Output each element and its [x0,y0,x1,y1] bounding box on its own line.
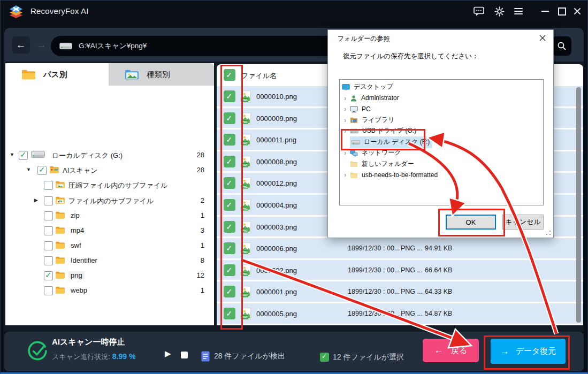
back-button-label: 戻る [451,346,467,356]
tree-item-archive-subfiles[interactable]: 圧縮ファイル内のサブファイル [5,178,214,193]
chart-folder-icon [55,196,65,204]
file-checkbox[interactable] [224,242,235,254]
dialog-tree-item-usb-needs-format[interactable]: › usb-needs-to-be-formatted [340,170,543,181]
chevron-icon[interactable]: › [344,96,350,101]
menu-icon[interactable] [513,5,524,17]
back-button[interactable]: ← 戻る [423,339,479,362]
settings-gear-icon[interactable] [493,5,505,17]
tab-by-type[interactable]: 種類別 [109,63,214,86]
drive-icon [352,140,360,145]
file-row[interactable]: PNG 0000002.png 1899/12/30 : 00... PNG .… [217,260,583,282]
folder-icon [55,271,65,279]
close-button[interactable] [571,5,583,17]
tab-by-path[interactable]: パス別 [5,63,109,86]
checkbox[interactable] [37,166,47,175]
scrollbar-thumb[interactable] [576,87,581,323]
file-checkbox[interactable] [224,90,235,102]
checkbox[interactable] [44,286,53,295]
minimize-button[interactable] [539,5,551,17]
tree-item-aiscan[interactable]: ▼ AIスキャン 28 [5,163,214,178]
chevron-icon[interactable]: › [344,128,350,134]
file-checkbox[interactable] [224,286,235,297]
item-count: 8 [201,256,204,264]
feedback-icon[interactable] [473,5,485,17]
file-checkbox[interactable] [224,221,235,233]
resume-scan-button[interactable]: ▶ [165,349,171,358]
item-count: 1 [201,241,204,249]
file-checkbox[interactable] [224,199,235,211]
file-row[interactable]: PNG 0000001.png 1899/12/30 : 00... PNG .… [217,281,583,303]
back-nav-button[interactable]: ← [12,36,30,54]
tree-item-webp[interactable]: webp 1 [5,283,214,298]
checkbox[interactable] [44,196,53,205]
dialog-tree-item-pc[interactable]: › PC [340,104,543,115]
tree-item-mp4[interactable]: mp4 3 [5,223,214,238]
file-row[interactable]: PNG 0000006.png 1899/12/30 : 00... PNG .… [217,238,583,260]
file-type: PNG ... [401,266,423,274]
expander-icon[interactable]: ▼ [10,152,14,157]
file-checkbox[interactable] [224,264,235,276]
dialog-tree-item-desktop[interactable]: デスクトップ [340,82,543,93]
tree-label: usb-needs-to-be-formatted [362,170,440,180]
tree-item-swf[interactable]: swf 1 [5,238,214,253]
checkbox[interactable] [44,211,53,220]
expander-icon[interactable]: ▼ [26,167,31,172]
stop-scan-button[interactable] [181,352,188,358]
dialog-tree-item-usb-drive-g[interactable]: › USB ドライブ (G:) [340,126,543,137]
selected-check-icon [320,353,329,362]
file-name: 0000002.png [256,266,297,274]
file-name: 0000004.png [256,201,297,209]
checkbox[interactable] [44,181,53,190]
dialog-tree-item-local-disk-f[interactable]: ローカル ディスク (F:) [340,137,543,148]
tree-label: png [68,271,85,279]
dialog-close-icon[interactable] [537,33,548,43]
library-folder-icon [350,117,358,124]
svg-text:PNG: PNG [242,142,248,145]
forward-nav-button[interactable]: → [32,36,50,54]
checkbox[interactable] [44,256,53,265]
dialog-tree-item-new-folder[interactable]: 新しいフォルダー [340,159,543,170]
tree-label: mp4 [71,226,84,234]
chevron-icon[interactable]: › [344,118,350,123]
svg-text:PNG: PNG [242,228,248,232]
file-checkbox[interactable] [224,134,235,146]
checkbox[interactable] [19,151,28,160]
select-all-checkbox[interactable] [224,69,235,81]
scan-status-check-icon [27,340,48,364]
maximize-button[interactable] [556,5,568,17]
file-checkbox[interactable] [224,177,235,189]
search-icon[interactable] [552,36,571,56]
current-path: G:¥AIスキャン¥png¥ [79,41,147,51]
file-checkbox[interactable] [224,156,235,167]
cancel-button[interactable]: キャンセル [502,215,544,230]
tree-item-png[interactable]: png 12 [5,268,214,283]
tree-item-local-disk-g[interactable]: ▼ ローカルディスク (G:) 28 [5,148,214,163]
chevron-icon[interactable]: › [344,150,350,156]
file-row[interactable]: PNG 0000005.png 1899/12/30 : 00... PNG .… [217,303,583,325]
file-checkbox[interactable] [224,112,235,124]
checkbox[interactable] [44,226,53,235]
tree-item-file-subfiles[interactable]: ▶ ファイル内のサブファイル 2 [5,193,214,208]
file-checkbox[interactable] [224,308,235,319]
svg-text:PNG: PNG [242,294,248,297]
dialog-tree-item-network[interactable]: › ネットワーク [340,148,543,159]
checkbox[interactable] [44,241,53,250]
tree-label: ローカル ディスク (F:) [364,136,432,148]
dialog-tree-item-library[interactable]: › ライブラリ [340,115,543,126]
resize-grip[interactable] [546,230,551,235]
ok-button[interactable]: OK [446,215,496,230]
data-recovery-button[interactable]: → データ復元 [491,339,566,364]
tree-item-zip[interactable]: zip 1 [5,208,214,223]
app-title: RecoveryFox AI [30,6,89,16]
chevron-icon[interactable]: › [344,172,350,178]
chevron-icon[interactable]: › [344,106,350,112]
expander-icon[interactable]: ▶ [34,197,38,203]
folder-icon [55,286,65,294]
item-count: 12 [197,271,204,279]
tree-item-identifier[interactable]: Identifier 8 [5,253,214,268]
filename-column-header[interactable]: ファイル名 [241,71,277,81]
file-type: PNG ... [401,288,423,295]
checkbox[interactable] [44,271,53,280]
dialog-tree-item-administrator[interactable]: › Administrator [340,93,543,104]
drive-icon [31,150,45,158]
